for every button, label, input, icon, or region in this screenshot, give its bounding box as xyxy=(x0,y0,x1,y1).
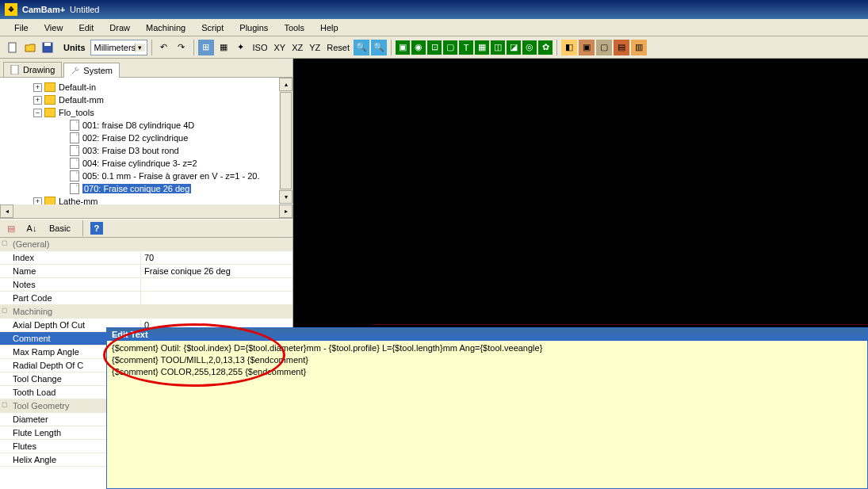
mop-engrave-icon[interactable]: ⊡ xyxy=(427,40,442,55)
file-icon xyxy=(70,120,79,131)
mop-text-icon[interactable]: T xyxy=(459,40,473,55)
undo-icon[interactable]: ↶ xyxy=(156,40,172,55)
file-icon xyxy=(70,145,79,156)
side-tabs: Drawing System xyxy=(0,59,293,78)
tree-item-label: 005: 0.1 mm - Fraise à graver en V - z=1… xyxy=(82,171,259,181)
axes-icon[interactable]: ✦ xyxy=(233,40,249,55)
category-machining[interactable]: Machining xyxy=(0,305,293,319)
open-file-icon[interactable] xyxy=(22,40,38,55)
tool1-icon[interactable]: ◧ xyxy=(561,40,577,55)
menu-view[interactable]: View xyxy=(36,21,71,35)
mop-circle-icon[interactable]: ◎ xyxy=(522,40,537,55)
tree-item[interactable]: 003: Fraise D3 bout rond xyxy=(2,144,291,157)
tree-item[interactable]: 001: fraise D8 cylindrique 4D xyxy=(2,119,291,132)
save-icon[interactable] xyxy=(40,40,55,55)
yz-button[interactable]: YZ xyxy=(307,43,323,52)
prop-index-label[interactable]: Index xyxy=(0,251,141,264)
units-label: Units xyxy=(57,43,89,52)
menu-file[interactable]: File xyxy=(6,21,36,35)
svg-rect-0 xyxy=(9,43,16,52)
tool2-icon[interactable]: ▣ xyxy=(579,40,595,55)
prop-notes-label[interactable]: Notes xyxy=(0,278,141,291)
mop-pocket-icon[interactable]: ◉ xyxy=(411,40,426,55)
mop-profile-icon[interactable]: ▣ xyxy=(396,40,410,55)
tree-item[interactable]: 070: Fraise conique 26 deg xyxy=(2,182,291,195)
scroll-down-icon[interactable]: ▾ xyxy=(279,190,293,204)
page-icon xyxy=(10,65,20,74)
menu-draw[interactable]: Draw xyxy=(101,21,138,35)
file-icon xyxy=(70,132,79,143)
tree-scrollbar-vertical[interactable]: ▴ ▾ xyxy=(279,78,293,204)
tree-item-label: 002: Fraise D2 cyclindrique xyxy=(82,133,188,143)
edit-text-title: Edit Text xyxy=(107,328,867,341)
xy-button[interactable]: XY xyxy=(271,43,288,52)
menu-tools[interactable]: Tools xyxy=(276,21,312,35)
edit-text-body[interactable]: {$comment} Outil: {$tool.index} D={$tool… xyxy=(107,341,867,380)
tool4-icon[interactable]: ▤ xyxy=(614,40,629,55)
scroll-left-icon[interactable]: ◂ xyxy=(0,204,13,218)
prop-notes-value[interactable] xyxy=(141,278,293,291)
prop-name-value[interactable]: Fraise conique 26 deg xyxy=(141,265,293,277)
svg-rect-2 xyxy=(44,43,51,46)
new-file-icon[interactable] xyxy=(5,40,21,55)
zoom2-icon[interactable]: 🔍 xyxy=(371,40,387,55)
menu-edit[interactable]: Edit xyxy=(71,21,101,35)
tree-item[interactable]: 004: Fraise cylindrique 3- z=2 xyxy=(2,157,291,170)
zoom1-icon[interactable]: 🔍 xyxy=(354,40,369,55)
reset-button[interactable]: Reset xyxy=(324,43,352,52)
svg-rect-3 xyxy=(11,65,18,74)
categorize-icon[interactable]: ▤ xyxy=(3,220,19,236)
help-icon[interactable]: ? xyxy=(90,222,103,235)
app-logo-icon: ❖ xyxy=(5,3,17,16)
expander-icon[interactable]: + xyxy=(33,83,42,92)
tree-view[interactable]: +Default-in+Default-mm−Flo_tools001: fra… xyxy=(0,78,293,219)
tree-item-label: Default-mm xyxy=(59,95,104,105)
tool3-icon[interactable]: ▢ xyxy=(596,40,612,55)
tree-item[interactable]: −Flo_tools xyxy=(2,106,291,119)
tab-system[interactable]: System xyxy=(63,63,120,78)
tree-item[interactable]: +Default-mm xyxy=(2,94,291,106)
expander-icon[interactable]: − xyxy=(33,109,42,117)
title-bar: ❖ CamBam+ Untitled xyxy=(0,0,868,19)
mop-cube1-icon[interactable]: ◫ xyxy=(491,40,505,55)
menu-plugins[interactable]: Plugins xyxy=(231,21,276,35)
xz-button[interactable]: XZ xyxy=(289,43,305,52)
menu-machining[interactable]: Machining xyxy=(138,21,193,35)
tree-item-label: 004: Fraise cylindrique 3- z=2 xyxy=(82,159,197,168)
folder-icon xyxy=(44,82,55,92)
mop-3d-icon[interactable]: ▦ xyxy=(475,40,489,55)
tree-item[interactable]: 005: 0.1 mm - Fraise à graver en V - z=1… xyxy=(2,170,291,182)
menu-script[interactable]: Script xyxy=(193,21,231,35)
tool5-icon[interactable]: ▥ xyxy=(631,40,647,55)
iso-button[interactable]: ISO xyxy=(250,43,270,52)
prop-name-label[interactable]: Name xyxy=(0,265,141,277)
file-icon xyxy=(70,170,79,181)
category-general[interactable]: (General) xyxy=(0,238,293,251)
tree-item-label: Flo_tools xyxy=(59,108,94,117)
tree-item[interactable]: +Default-in xyxy=(2,81,291,94)
menu-help[interactable]: Help xyxy=(312,21,346,35)
grid1-icon[interactable]: ⊞ xyxy=(198,40,214,55)
folder-icon xyxy=(44,95,55,105)
wrench-icon xyxy=(71,66,80,75)
sort-az-icon[interactable]: A↓ xyxy=(24,220,40,236)
units-select[interactable]: Millimeters xyxy=(90,40,147,55)
mop-cube2-icon[interactable]: ◪ xyxy=(507,40,521,55)
tree-item-label: 003: Fraise D3 bout rond xyxy=(82,146,179,155)
tab-drawing[interactable]: Drawing xyxy=(3,62,62,77)
expander-icon[interactable]: + xyxy=(33,96,42,105)
scroll-up-icon[interactable]: ▴ xyxy=(279,78,293,91)
mop-gear-icon[interactable]: ✿ xyxy=(538,40,553,55)
mop-drill-icon[interactable]: ▢ xyxy=(443,40,457,55)
tree-item-label: Default-in xyxy=(59,82,96,92)
scroll-right-icon[interactable]: ▸ xyxy=(279,204,293,218)
prop-partcode-label[interactable]: Part Code xyxy=(0,292,141,304)
grid2-icon[interactable]: ▦ xyxy=(216,40,231,55)
redo-icon[interactable]: ↷ xyxy=(174,40,189,55)
prop-partcode-value[interactable] xyxy=(141,292,293,304)
menu-bar: File View Edit Draw Machining Script Plu… xyxy=(0,19,868,36)
tree-scrollbar-horizontal[interactable]: ◂ ▸ xyxy=(0,204,293,218)
tree-item[interactable]: 002: Fraise D2 cyclindrique xyxy=(2,132,291,144)
basic-label[interactable]: Basic xyxy=(44,223,75,233)
prop-index-value[interactable]: 70 xyxy=(141,251,293,264)
